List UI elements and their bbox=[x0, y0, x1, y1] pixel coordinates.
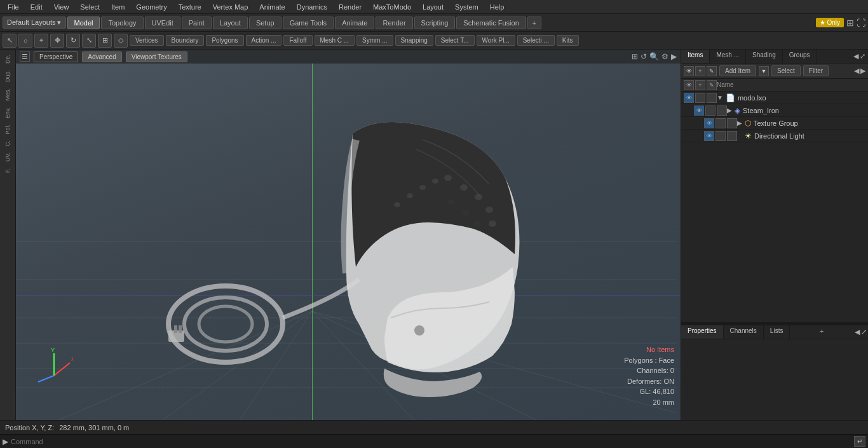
edit-texture[interactable] bbox=[727, 118, 737, 128]
viewport-canvas[interactable]: X Y Z No Items Polygons : Face Channels:… bbox=[16, 64, 681, 420]
tab-render[interactable]: Render bbox=[376, 17, 412, 29]
vp-tab-textures[interactable]: Viewport Textures bbox=[126, 51, 187, 62]
eye-texture[interactable]: 👁 bbox=[704, 118, 714, 128]
props-expand-icon[interactable]: ⤢ bbox=[861, 328, 867, 336]
fullscreen-icon[interactable]: ⛶ bbox=[857, 18, 865, 28]
tree-item-steam-iron[interactable]: 👁 ▶ ◈ Steam_Iron bbox=[681, 104, 868, 117]
props-tab-lists[interactable]: Lists bbox=[764, 325, 790, 339]
menu-layout[interactable]: Layout bbox=[417, 2, 449, 12]
sidebar-item-de[interactable]: De. bbox=[3, 52, 12, 66]
refresh-icon[interactable]: ↺ bbox=[641, 52, 647, 61]
lock-steam-iron[interactable] bbox=[705, 105, 715, 116]
right-tab-shading[interactable]: Shading bbox=[746, 50, 783, 63]
snapping-button[interactable]: Snapping bbox=[395, 35, 433, 46]
sidebar-item-c[interactable]: C. bbox=[3, 138, 12, 149]
select-tool-icon[interactable]: ↖ bbox=[3, 34, 17, 48]
menu-item[interactable]: Item bbox=[106, 2, 130, 12]
scale-icon[interactable]: ⤡ bbox=[82, 34, 96, 48]
select-button[interactable]: Select bbox=[771, 65, 801, 76]
sidebar-item-pol[interactable]: Pol. bbox=[3, 122, 12, 137]
props-plus-button[interactable]: + bbox=[816, 325, 827, 339]
lock-texture[interactable] bbox=[715, 118, 726, 128]
tab-scripting[interactable]: Scripting bbox=[414, 17, 456, 29]
circle-icon[interactable]: ○ bbox=[18, 34, 32, 48]
viewport[interactable]: ☰ Perspective Advanced Viewport Textures… bbox=[16, 50, 681, 420]
select-i-button[interactable]: Selecti ... bbox=[517, 35, 555, 46]
polygons-button[interactable]: Polygons bbox=[206, 35, 243, 46]
menu-edit[interactable]: Edit bbox=[25, 2, 48, 12]
command-submit[interactable]: ↵ bbox=[854, 436, 865, 447]
action-button[interactable]: Action ... bbox=[246, 35, 282, 46]
lasso-icon[interactable]: ⌖ bbox=[34, 34, 48, 48]
rotate-icon[interactable]: ↻ bbox=[66, 34, 80, 48]
menu-vertex-map[interactable]: Vertex Map bbox=[208, 2, 254, 12]
sidebar-item-env[interactable]: Env. bbox=[3, 105, 12, 121]
edit-modo-lxo[interactable] bbox=[707, 93, 717, 103]
tab-setup[interactable]: Setup bbox=[249, 17, 281, 29]
lock-modo-lxo[interactable] bbox=[695, 93, 705, 103]
sidebar-item-mes[interactable]: Mes. bbox=[3, 86, 12, 104]
panel-icon-1[interactable]: ◀ bbox=[853, 52, 858, 60]
menu-help[interactable]: Help bbox=[485, 2, 510, 12]
menu-select[interactable]: Select bbox=[75, 2, 105, 12]
sidebar-item-uv[interactable]: UV. bbox=[3, 150, 12, 164]
panel-icon-2[interactable]: ⤢ bbox=[860, 52, 865, 60]
sidebar-item-dup[interactable]: Dup. bbox=[3, 67, 12, 85]
tree-item-directional-light[interactable]: 👁 ▶ ☀ Directional Light bbox=[681, 130, 868, 142]
dropdown-icon[interactable]: ▼ bbox=[759, 66, 769, 76]
kits-button[interactable]: Kits bbox=[557, 35, 579, 46]
tab-topology[interactable]: Topology bbox=[101, 17, 143, 29]
tab-game-tools[interactable]: Game Tools bbox=[283, 17, 334, 29]
sidebar-item-f[interactable]: F. bbox=[3, 166, 12, 175]
menu-texture[interactable]: Texture bbox=[173, 2, 207, 12]
expand-icon[interactable]: ▶ bbox=[860, 67, 865, 75]
right-tab-groups[interactable]: Groups bbox=[783, 50, 817, 63]
command-input[interactable] bbox=[11, 438, 851, 445]
eye-modo-lxo[interactable]: 👁 bbox=[684, 93, 694, 103]
vp-tab-advanced[interactable]: Advanced bbox=[82, 51, 121, 62]
menu-render[interactable]: Render bbox=[334, 2, 367, 12]
props-collapse-icon[interactable]: ◀ bbox=[855, 328, 860, 336]
edit-light[interactable] bbox=[727, 131, 737, 141]
props-tab-channels[interactable]: Channels bbox=[724, 325, 764, 339]
work-plane-button[interactable]: Work Pl... bbox=[477, 35, 515, 46]
menu-maxtomodo[interactable]: MaxToModo bbox=[368, 2, 416, 12]
tab-paint[interactable]: Paint bbox=[182, 17, 212, 29]
tab-model[interactable]: Model bbox=[67, 17, 100, 29]
props-tab-properties[interactable]: Properties bbox=[681, 325, 724, 339]
fit-icon[interactable]: ⊞ bbox=[632, 52, 638, 61]
items-list[interactable]: 👁 ▼ 📄 modo.lxo 👁 ▶ ◈ Steam_Iron bbox=[681, 92, 868, 322]
menu-view[interactable]: View bbox=[49, 2, 74, 12]
vertices-button[interactable]: Vertices bbox=[130, 35, 164, 46]
menu-system[interactable]: System bbox=[450, 2, 484, 12]
edit-toggle[interactable]: ✎ bbox=[707, 66, 717, 76]
eye-toggle[interactable]: 👁 bbox=[684, 66, 694, 76]
expand-arrow-steam-iron[interactable]: ▶ bbox=[727, 107, 732, 114]
lock-light[interactable] bbox=[715, 131, 726, 141]
poly-icon[interactable]: ◇ bbox=[114, 34, 128, 48]
vp-tab-perspective[interactable]: Perspective bbox=[34, 51, 78, 62]
expand-icon[interactable]: ⊞ bbox=[846, 18, 854, 28]
right-tab-mesh[interactable]: Mesh ... bbox=[710, 50, 746, 63]
tab-layout[interactable]: Layout bbox=[213, 17, 248, 29]
eye-light[interactable]: 👁 bbox=[704, 131, 714, 141]
mesh-button[interactable]: Mesh C ... bbox=[315, 35, 355, 46]
expand-arrow-texture[interactable]: ▶ bbox=[737, 119, 742, 126]
menu-animate[interactable]: Animate bbox=[254, 2, 290, 12]
menu-dynamics[interactable]: Dynamics bbox=[292, 2, 332, 12]
expand-arrow-modo-lxo[interactable]: ▼ bbox=[717, 94, 723, 101]
header-edit-icon[interactable]: ✎ bbox=[707, 80, 717, 90]
transform-icon[interactable]: ⊞ bbox=[98, 34, 112, 48]
header-eye-icon[interactable]: 👁 bbox=[684, 80, 694, 90]
right-tab-items[interactable]: Items bbox=[681, 50, 710, 63]
header-lock-icon[interactable]: + bbox=[695, 80, 705, 90]
add-tab-button[interactable]: + bbox=[527, 17, 541, 29]
settings-icon[interactable]: ⚙ bbox=[661, 52, 668, 61]
falloff-button[interactable]: Falloff bbox=[283, 35, 312, 46]
search-icon[interactable]: 🔍 bbox=[649, 52, 659, 61]
move-icon[interactable]: ✥ bbox=[50, 34, 64, 48]
viewport-menu-icon[interactable]: ☰ bbox=[20, 51, 30, 62]
tree-item-modo-lxo[interactable]: 👁 ▼ 📄 modo.lxo bbox=[681, 92, 868, 104]
select-t-button[interactable]: Select T... bbox=[435, 35, 475, 46]
star-badge[interactable]: ★ Only bbox=[816, 18, 844, 27]
